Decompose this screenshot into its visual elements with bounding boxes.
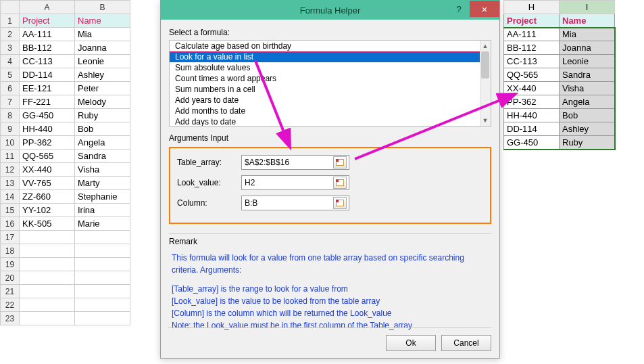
ok-button[interactable]: Ok bbox=[386, 335, 436, 351]
row-header[interactable]: 19 bbox=[1, 258, 20, 271]
scroll-thumb[interactable] bbox=[481, 51, 489, 78]
cell[interactable] bbox=[20, 231, 75, 244]
range-picker-icon[interactable] bbox=[333, 177, 347, 189]
cell[interactable]: QQ-565 bbox=[20, 150, 75, 163]
row-header[interactable]: 15 bbox=[1, 204, 20, 217]
left-spreadsheet[interactable]: A B 1ProjectName 2AA-111Mia 3BB-112Joann… bbox=[0, 0, 130, 325]
cell[interactable]: Marie bbox=[75, 217, 130, 231]
row-header[interactable]: 2 bbox=[1, 28, 20, 41]
cell[interactable]: Stephanie bbox=[75, 190, 130, 204]
cell[interactable]: Melody bbox=[75, 95, 130, 109]
row-header[interactable]: 12 bbox=[1, 163, 20, 177]
cell[interactable]: GG-450 bbox=[20, 109, 75, 122]
cell[interactable]: ZZ-660 bbox=[20, 190, 75, 204]
row-header[interactable]: 5 bbox=[1, 68, 20, 82]
help-button[interactable]: ? bbox=[448, 1, 470, 17]
cell[interactable]: Visha bbox=[560, 82, 615, 95]
row-header[interactable]: 17 bbox=[1, 231, 20, 244]
cell[interactable]: YY-102 bbox=[20, 204, 75, 217]
cell[interactable]: Angela bbox=[560, 95, 615, 109]
cell[interactable]: EE-121 bbox=[20, 82, 75, 95]
column-input[interactable] bbox=[242, 196, 333, 210]
row-header[interactable]: 7 bbox=[1, 95, 20, 109]
look-value-input[interactable] bbox=[242, 176, 333, 189]
row-header[interactable]: 3 bbox=[1, 41, 20, 55]
formula-item[interactable]: Sum absolute values bbox=[170, 62, 491, 73]
cell[interactable] bbox=[75, 298, 130, 312]
cell[interactable]: Mia bbox=[75, 28, 130, 41]
formula-item[interactable]: Add years to date bbox=[170, 95, 491, 106]
cell[interactable]: Angela bbox=[75, 136, 130, 150]
cell[interactable]: AA-111 bbox=[20, 28, 75, 41]
cell[interactable]: Joanna bbox=[75, 41, 130, 55]
cell[interactable]: HH-440 bbox=[504, 109, 560, 122]
cell[interactable]: HH-440 bbox=[20, 122, 75, 136]
scroll-down-icon[interactable]: ▼ bbox=[480, 115, 491, 126]
row-header[interactable]: 6 bbox=[1, 82, 20, 95]
formula-item-selected[interactable]: Look for a value in list bbox=[170, 51, 491, 62]
col-header-a[interactable]: A bbox=[20, 1, 75, 14]
cell[interactable]: GG-450 bbox=[504, 136, 560, 150]
col-header-i[interactable]: I bbox=[560, 1, 615, 14]
cell[interactable] bbox=[20, 285, 75, 298]
cell[interactable]: KK-505 bbox=[20, 217, 75, 231]
cell[interactable] bbox=[20, 258, 75, 271]
cell[interactable]: Ruby bbox=[560, 136, 615, 150]
cell[interactable] bbox=[75, 271, 130, 285]
cell[interactable]: PP-362 bbox=[20, 136, 75, 150]
cell[interactable]: PP-362 bbox=[504, 95, 560, 109]
formula-listbox[interactable]: Calculate age based on birthday Look for… bbox=[169, 40, 491, 127]
dialog-title-bar[interactable]: Formula Helper ? × bbox=[161, 1, 499, 20]
cancel-button[interactable]: Cancel bbox=[441, 335, 491, 351]
cell[interactable]: Leonie bbox=[75, 55, 130, 68]
cell[interactable]: Name bbox=[560, 14, 615, 28]
range-picker-icon[interactable] bbox=[333, 156, 347, 168]
cell[interactable] bbox=[75, 312, 130, 325]
row-header[interactable]: 13 bbox=[1, 177, 20, 190]
formula-item[interactable]: Count times a word appears bbox=[170, 73, 491, 84]
row-header[interactable]: 20 bbox=[1, 271, 20, 285]
row-header[interactable]: 16 bbox=[1, 217, 20, 231]
cell[interactable]: XX-440 bbox=[20, 163, 75, 177]
row-header[interactable]: 9 bbox=[1, 122, 20, 136]
cell[interactable]: AA-111 bbox=[504, 28, 560, 41]
cell[interactable]: DD-114 bbox=[20, 68, 75, 82]
table-array-input[interactable] bbox=[242, 156, 333, 169]
cell[interactable]: Project bbox=[504, 14, 560, 28]
formula-item[interactable]: Add months to date bbox=[170, 106, 491, 116]
cell[interactable] bbox=[20, 271, 75, 285]
cell[interactable]: XX-440 bbox=[504, 82, 560, 95]
cell[interactable]: Project bbox=[20, 14, 75, 28]
row-header[interactable]: 14 bbox=[1, 190, 20, 204]
cell[interactable] bbox=[75, 244, 130, 258]
cell[interactable]: Name bbox=[75, 14, 130, 28]
cell[interactable] bbox=[20, 312, 75, 325]
range-picker-icon[interactable] bbox=[333, 197, 347, 209]
cell[interactable]: QQ-565 bbox=[504, 68, 560, 82]
cell[interactable]: Peter bbox=[75, 82, 130, 95]
scrollbar[interactable]: ▲ ▼ bbox=[480, 41, 491, 126]
cell[interactable] bbox=[20, 244, 75, 258]
col-header-b[interactable]: B bbox=[75, 1, 130, 14]
close-button[interactable]: × bbox=[470, 1, 499, 17]
cell[interactable]: Bob bbox=[560, 109, 615, 122]
cell[interactable]: BB-112 bbox=[504, 41, 560, 55]
row-header[interactable]: 18 bbox=[1, 244, 20, 258]
cell[interactable]: Mia bbox=[560, 28, 615, 41]
cell[interactable]: Ashley bbox=[75, 68, 130, 82]
scroll-up-icon[interactable]: ▲ bbox=[480, 41, 491, 51]
cell[interactable]: Joanna bbox=[560, 41, 615, 55]
row-header[interactable]: 4 bbox=[1, 55, 20, 68]
formula-item[interactable]: Calculate age based on birthday bbox=[170, 41, 491, 51]
cell[interactable] bbox=[75, 258, 130, 271]
row-header[interactable]: 11 bbox=[1, 150, 20, 163]
select-all-corner[interactable] bbox=[1, 1, 20, 14]
cell[interactable]: DD-114 bbox=[504, 122, 560, 136]
cell[interactable]: VV-765 bbox=[20, 177, 75, 190]
cell[interactable]: Visha bbox=[75, 163, 130, 177]
cell[interactable]: Bob bbox=[75, 122, 130, 136]
cell[interactable] bbox=[20, 298, 75, 312]
right-spreadsheet[interactable]: H I ProjectName AA-111Mia BB-112Joanna C… bbox=[503, 0, 616, 150]
row-header[interactable]: 8 bbox=[1, 109, 20, 122]
cell[interactable]: CC-113 bbox=[504, 55, 560, 68]
